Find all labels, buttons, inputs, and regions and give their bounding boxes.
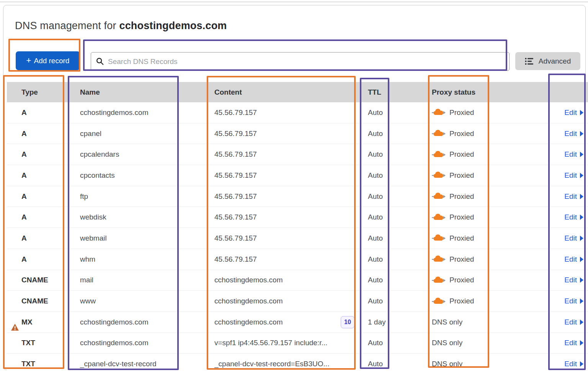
record-name: cchostingdemos.com: [68, 318, 211, 326]
record-name: _cpanel-dcv-test-record: [68, 360, 211, 368]
table-row: A cpcontacts 45.56.79.157 Auto Proxied E…: [7, 165, 588, 186]
proxy-status-label: Proxied: [449, 276, 474, 284]
record-type: TXT: [21, 339, 35, 347]
proxy-status-label: Proxied: [449, 213, 474, 221]
record-ttl: Auto: [360, 276, 393, 284]
page-title-prefix: DNS management for: [15, 20, 119, 31]
column-header-type: Type: [7, 88, 68, 97]
proxy-status-label: Proxied: [449, 234, 474, 243]
record-ttl: Auto: [360, 360, 393, 368]
proxy-status-label: Proxied: [449, 255, 474, 264]
warning-triangle-icon: [11, 323, 19, 331]
record-content-cell: 45.56.79.157: [211, 108, 360, 117]
record-content: 45.56.79.157: [214, 255, 257, 264]
proxy-status-cell: Proxied: [393, 108, 497, 117]
record-content: v=spf1 ip4:45.56.79.157 include:r...: [214, 339, 327, 347]
edit-button[interactable]: Edit: [564, 108, 583, 117]
advanced-button[interactable]: Advanced: [515, 52, 580, 70]
top-divider: [0, 2, 588, 2]
proxy-status-label: Proxied: [449, 129, 474, 138]
table-row: CNAME www cchostingdemos.com Auto Proxie…: [7, 291, 588, 312]
proxy-status-cell: Proxied: [393, 192, 497, 201]
record-content: cchostingdemos.com: [214, 297, 283, 305]
record-content-cell: 45.56.79.157: [211, 234, 360, 243]
record-content-cell: v=spf1 ip4:45.56.79.157 include:r...: [211, 339, 360, 347]
proxied-cloud-arrow-icon: [432, 255, 446, 264]
record-content: _cpanel-dcv-test-record=EsB3UO...: [214, 360, 329, 368]
search-input[interactable]: [91, 52, 510, 71]
domain-name: cchostingdemos.com: [119, 20, 227, 31]
record-ttl: Auto: [360, 171, 393, 180]
edit-cell: Edit: [497, 297, 588, 305]
record-type-cell: A: [7, 171, 68, 180]
proxy-status-label: DNS only: [432, 318, 462, 326]
edit-label: Edit: [564, 276, 577, 284]
edit-cell: Edit: [497, 234, 588, 243]
table-row: A ftp 45.56.79.157 Auto Proxied Edit: [7, 186, 588, 207]
proxy-status-label: Proxied: [449, 192, 474, 201]
proxy-status-cell: Proxied: [393, 213, 497, 222]
dns-records-table: Type Name Content TTL Proxy status A cch…: [7, 82, 588, 372]
edit-label: Edit: [564, 213, 577, 221]
record-type: A: [21, 150, 27, 159]
table-body: A cchostingdemos.com 45.56.79.157 Auto P…: [7, 102, 588, 372]
record-ttl: Auto: [360, 213, 393, 221]
proxied-cloud-arrow-icon: [432, 192, 446, 201]
edit-label: Edit: [564, 360, 577, 368]
record-name: cchostingdemos.com: [68, 339, 211, 347]
dns-management-card: DNS management for cchostingdemos.com + …: [3, 5, 586, 370]
column-header-proxy-status: Proxy status: [393, 88, 497, 97]
chevron-right-icon: [580, 257, 583, 262]
record-name: ftp: [68, 192, 211, 201]
plus-icon: +: [26, 56, 31, 66]
column-header-ttl: TTL: [360, 88, 393, 97]
table-row: A webmail 45.56.79.157 Auto Proxied Edit: [7, 228, 588, 249]
record-content-cell: cchostingdemos.com 10: [211, 316, 360, 328]
record-name: webdisk: [68, 213, 211, 221]
dns-management-page: DNS management for cchostingdemos.com + …: [0, 0, 588, 372]
record-name: cchostingdemos.com: [68, 108, 211, 117]
edit-button[interactable]: Edit: [564, 318, 583, 326]
record-content: cchostingdemos.com: [214, 318, 283, 326]
edit-button[interactable]: Edit: [564, 213, 583, 221]
edit-label: Edit: [564, 339, 577, 347]
edit-button[interactable]: Edit: [564, 129, 583, 138]
chevron-right-icon: [580, 152, 583, 157]
proxy-status-cell: DNS only: [393, 360, 497, 368]
edit-button[interactable]: Edit: [564, 192, 583, 201]
record-content: 45.56.79.157: [214, 150, 257, 159]
edit-button[interactable]: Edit: [564, 360, 583, 368]
edit-button[interactable]: Edit: [564, 339, 583, 347]
record-ttl: Auto: [360, 192, 393, 201]
record-type-cell: A: [7, 234, 68, 243]
record-content: 45.56.79.157: [214, 213, 257, 221]
record-name: cpcontacts: [68, 171, 211, 180]
edit-button[interactable]: Edit: [564, 297, 583, 305]
edit-label: Edit: [564, 108, 577, 117]
chevron-right-icon: [580, 194, 583, 199]
edit-cell: Edit: [497, 276, 588, 284]
table-row: A cchostingdemos.com 45.56.79.157 Auto P…: [7, 102, 588, 123]
edit-cell: Edit: [497, 213, 588, 221]
record-name: webmail: [68, 234, 211, 243]
table-row: A cpcalendars 45.56.79.157 Auto Proxied …: [7, 144, 588, 165]
record-type: A: [21, 255, 27, 264]
detailed-list-icon: [525, 57, 534, 65]
edit-button[interactable]: Edit: [564, 171, 583, 180]
record-ttl: 1 day: [360, 318, 393, 326]
table-row: MX cchostingdemos.com cchostingdemos.com…: [7, 312, 588, 333]
edit-button[interactable]: Edit: [564, 150, 583, 159]
chevron-right-icon: [580, 173, 583, 178]
edit-button[interactable]: Edit: [564, 234, 583, 243]
chevron-right-icon: [580, 298, 583, 304]
edit-label: Edit: [564, 318, 577, 326]
record-name: cpanel: [68, 129, 211, 138]
proxied-cloud-arrow-icon: [432, 171, 446, 180]
edit-button[interactable]: Edit: [564, 255, 583, 264]
proxy-status-cell: Proxied: [393, 171, 497, 180]
chevron-right-icon: [580, 215, 583, 220]
proxied-cloud-arrow-icon: [432, 213, 446, 222]
edit-button[interactable]: Edit: [564, 276, 583, 284]
record-name: www: [68, 297, 211, 305]
add-record-button[interactable]: + Add record: [16, 51, 80, 70]
